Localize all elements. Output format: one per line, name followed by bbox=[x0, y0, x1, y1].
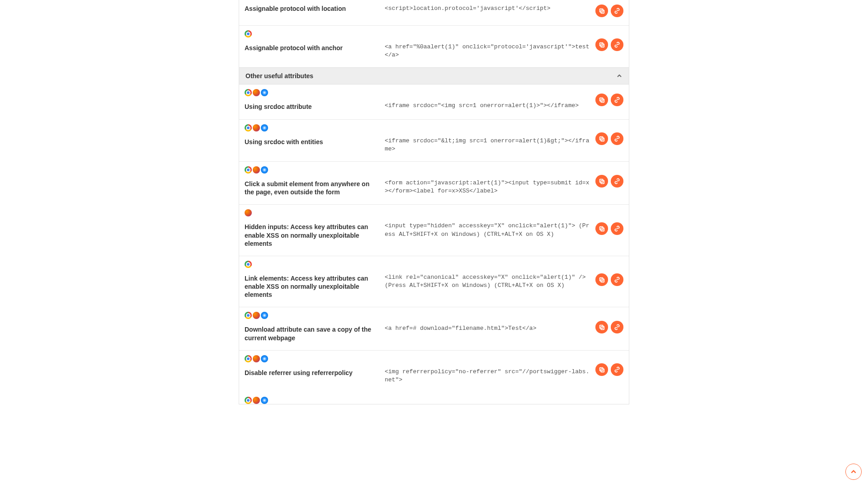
row-code: <img referrerpolicy="no-referrer" src="/… bbox=[385, 355, 590, 384]
chrome-icon bbox=[245, 261, 252, 268]
row-title: Assignable protocol with anchor bbox=[245, 44, 377, 52]
copy-button[interactable] bbox=[595, 273, 608, 286]
row-left: Assignable protocol with anchor bbox=[245, 30, 385, 52]
link-button[interactable] bbox=[611, 132, 623, 145]
row-title: Link elements: Access key attributes can… bbox=[245, 274, 377, 299]
copy-button[interactable] bbox=[595, 94, 608, 106]
chrome-icon bbox=[245, 166, 252, 174]
firefox-icon bbox=[253, 124, 260, 131]
row-code: <input type="hidden" accesskey="X" oncli… bbox=[385, 209, 590, 238]
cheatsheet-row: Using srcdoc attribute<iframe srcdoc="<i… bbox=[239, 84, 629, 119]
browser-list bbox=[245, 209, 377, 216]
link-button[interactable] bbox=[611, 38, 623, 51]
chrome-icon bbox=[245, 397, 252, 404]
link-button[interactable] bbox=[611, 222, 623, 235]
row-code: <form action="javascript:alert(1)"><inpu… bbox=[385, 166, 590, 195]
row-left: Click a submit element from anywhere on … bbox=[245, 166, 385, 196]
row-actions bbox=[595, 273, 623, 286]
copy-button[interactable] bbox=[595, 222, 608, 235]
next-row-browsers bbox=[239, 392, 629, 404]
row-left: Assignable protocol with location bbox=[245, 5, 385, 13]
row-left: Using srcdoc attribute bbox=[245, 89, 385, 111]
browser-list bbox=[245, 166, 377, 174]
firefox-icon bbox=[253, 312, 260, 319]
row-actions bbox=[595, 5, 623, 17]
row-code: <link rel="canonical" accesskey="X" oncl… bbox=[385, 261, 590, 290]
copy-button[interactable] bbox=[595, 175, 608, 188]
cheatsheet-row: Download attribute can save a copy of th… bbox=[239, 307, 629, 350]
link-button[interactable] bbox=[611, 321, 623, 333]
link-button[interactable] bbox=[611, 363, 623, 376]
section-header-title: Other useful attributes bbox=[245, 72, 313, 80]
browser-list bbox=[245, 312, 377, 319]
cheatsheet-container: Assignable protocol with location<script… bbox=[239, 0, 629, 404]
copy-button[interactable] bbox=[595, 363, 608, 376]
chrome-icon bbox=[245, 312, 252, 319]
row-left: Link elements: Access key attributes can… bbox=[245, 261, 385, 299]
safari-icon bbox=[261, 312, 268, 319]
row-actions bbox=[595, 363, 623, 376]
row-code: <a href="%0aalert(1)" onclick="protocol=… bbox=[385, 30, 590, 59]
link-button[interactable] bbox=[611, 273, 623, 286]
browser-list bbox=[245, 89, 377, 96]
copy-button[interactable] bbox=[595, 321, 608, 333]
chrome-icon bbox=[245, 355, 252, 362]
row-title: Hidden inputs: Access key attributes can… bbox=[245, 223, 377, 248]
row-title: Download attribute can save a copy of th… bbox=[245, 325, 377, 342]
browser-list bbox=[245, 30, 377, 38]
link-button[interactable] bbox=[611, 94, 623, 106]
row-left: Hidden inputs: Access key attributes can… bbox=[245, 209, 385, 248]
cheatsheet-row: Link elements: Access key attributes can… bbox=[239, 256, 629, 308]
row-actions bbox=[595, 222, 623, 235]
chrome-icon bbox=[245, 124, 252, 131]
row-left: Using srcdoc with entities bbox=[245, 124, 385, 146]
cheatsheet-row: Assignable protocol with anchor<a href="… bbox=[239, 26, 629, 67]
section-header[interactable]: Other useful attributes bbox=[239, 67, 629, 84]
row-code: <iframe srcdoc="&lt;img src=1 onerror=al… bbox=[385, 124, 590, 153]
cheatsheet-row: Hidden inputs: Access key attributes can… bbox=[239, 205, 629, 256]
safari-icon bbox=[261, 166, 268, 174]
safari-icon bbox=[261, 89, 268, 96]
row-code: <iframe srcdoc="<img src=1 onerror=alert… bbox=[385, 89, 590, 110]
row-code: <a href=# download="filename.html">Test<… bbox=[385, 312, 590, 333]
safari-icon bbox=[261, 124, 268, 131]
copy-button[interactable] bbox=[595, 5, 608, 17]
row-actions bbox=[595, 175, 623, 188]
row-left: Download attribute can save a copy of th… bbox=[245, 312, 385, 342]
firefox-icon bbox=[245, 209, 252, 216]
link-button[interactable] bbox=[611, 5, 623, 17]
copy-button[interactable] bbox=[595, 132, 608, 145]
firefox-icon bbox=[253, 397, 260, 404]
cheatsheet-row: Disable referrer using referrerpolicy<im… bbox=[239, 351, 629, 392]
cheatsheet-row: Click a submit element from anywhere on … bbox=[239, 162, 629, 205]
browser-list bbox=[245, 124, 377, 131]
firefox-icon bbox=[253, 89, 260, 96]
browser-list bbox=[245, 355, 377, 362]
chevron-up-icon bbox=[616, 73, 623, 79]
row-actions bbox=[595, 132, 623, 145]
row-title: Click a submit element from anywhere on … bbox=[245, 180, 377, 196]
row-title: Using srcdoc with entities bbox=[245, 138, 377, 146]
row-actions bbox=[595, 94, 623, 106]
row-actions bbox=[595, 321, 623, 333]
safari-icon bbox=[261, 397, 268, 404]
row-code: <script>location.protocol='javascript'</… bbox=[385, 5, 590, 13]
chrome-icon bbox=[245, 89, 252, 96]
row-title: Disable referrer using referrerpolicy bbox=[245, 369, 377, 377]
cheatsheet-row: Assignable protocol with location<script… bbox=[239, 0, 629, 26]
row-title: Using srcdoc attribute bbox=[245, 103, 377, 111]
link-button[interactable] bbox=[611, 175, 623, 188]
cheatsheet-row: Using srcdoc with entities<iframe srcdoc… bbox=[239, 120, 629, 162]
row-actions bbox=[595, 38, 623, 51]
firefox-icon bbox=[253, 355, 260, 362]
firefox-icon bbox=[253, 166, 260, 174]
row-left: Disable referrer using referrerpolicy bbox=[245, 355, 385, 377]
chrome-icon bbox=[245, 30, 252, 38]
row-title: Assignable protocol with location bbox=[245, 5, 377, 13]
copy-button[interactable] bbox=[595, 38, 608, 51]
browser-list bbox=[245, 261, 377, 268]
safari-icon bbox=[261, 355, 268, 362]
